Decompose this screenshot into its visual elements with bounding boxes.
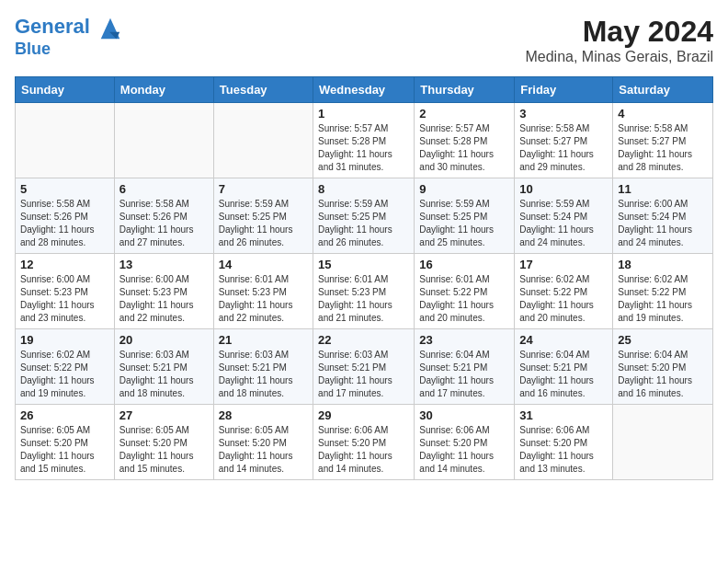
day-number: 4 — [618, 107, 708, 121]
day-number: 17 — [519, 258, 608, 271]
week-row-2: 5Sunrise: 5:58 AM Sunset: 5:26 PM Daylig… — [16, 178, 713, 254]
day-number: 23 — [419, 333, 509, 347]
day-info: Sunrise: 6:03 AM Sunset: 5:21 PM Dayligh… — [318, 349, 409, 400]
day-number: 27 — [119, 408, 209, 422]
day-number: 25 — [618, 333, 708, 347]
calendar-cell: 28Sunrise: 6:05 AM Sunset: 5:20 PM Dayli… — [213, 405, 313, 480]
calendar-cell: 3Sunrise: 5:58 AM Sunset: 5:27 PM Daylig… — [515, 103, 613, 178]
day-header-sunday: Sunday — [16, 77, 115, 103]
logo: General Blue — [15, 15, 123, 59]
calendar-cell: 18Sunrise: 6:02 AM Sunset: 5:22 PM Dayli… — [613, 254, 713, 329]
calendar-cell: 11Sunrise: 6:00 AM Sunset: 5:24 PM Dayli… — [613, 178, 713, 254]
calendar-cell — [16, 103, 115, 178]
calendar-cell: 31Sunrise: 6:06 AM Sunset: 5:20 PM Dayli… — [515, 405, 613, 480]
calendar-cell: 24Sunrise: 6:04 AM Sunset: 5:21 PM Dayli… — [515, 329, 613, 405]
calendar-cell: 9Sunrise: 5:59 AM Sunset: 5:25 PM Daylig… — [415, 178, 515, 254]
day-header-friday: Friday — [515, 77, 613, 103]
day-header-thursday: Thursday — [415, 77, 515, 103]
calendar-table: SundayMondayTuesdayWednesdayThursdayFrid… — [15, 76, 713, 480]
day-number: 16 — [419, 258, 509, 271]
day-number: 24 — [519, 333, 608, 347]
day-info: Sunrise: 6:01 AM Sunset: 5:23 PM Dayligh… — [318, 273, 409, 325]
day-info: Sunrise: 6:02 AM Sunset: 5:22 PM Dayligh… — [618, 273, 708, 325]
page-header: General Blue May 2024 Medina, Minas Gera… — [15, 15, 713, 65]
day-info: Sunrise: 6:06 AM Sunset: 5:20 PM Dayligh… — [519, 424, 608, 476]
title-area: May 2024 Medina, Minas Gerais, Brazil — [525, 15, 713, 65]
day-number: 1 — [318, 107, 409, 121]
day-number: 6 — [119, 182, 209, 196]
calendar-cell: 15Sunrise: 6:01 AM Sunset: 5:23 PM Dayli… — [313, 254, 415, 329]
calendar-cell: 22Sunrise: 6:03 AM Sunset: 5:21 PM Dayli… — [313, 329, 415, 405]
week-row-1: 1Sunrise: 5:57 AM Sunset: 5:28 PM Daylig… — [16, 103, 713, 178]
day-info: Sunrise: 5:57 AM Sunset: 5:28 PM Dayligh… — [419, 122, 509, 174]
day-info: Sunrise: 6:00 AM Sunset: 5:24 PM Dayligh… — [618, 198, 708, 249]
calendar-cell: 19Sunrise: 6:02 AM Sunset: 5:22 PM Dayli… — [16, 329, 115, 405]
day-info: Sunrise: 5:59 AM Sunset: 5:25 PM Dayligh… — [219, 198, 308, 249]
day-info: Sunrise: 6:06 AM Sunset: 5:20 PM Dayligh… — [419, 424, 509, 476]
day-number: 29 — [318, 408, 409, 422]
day-number: 22 — [318, 333, 409, 347]
calendar-cell: 16Sunrise: 6:01 AM Sunset: 5:22 PM Dayli… — [415, 254, 515, 329]
week-row-5: 26Sunrise: 6:05 AM Sunset: 5:20 PM Dayli… — [16, 405, 713, 480]
day-header-wednesday: Wednesday — [313, 77, 415, 103]
day-info: Sunrise: 5:58 AM Sunset: 5:26 PM Dayligh… — [119, 198, 209, 249]
calendar-cell: 8Sunrise: 5:59 AM Sunset: 5:25 PM Daylig… — [313, 178, 415, 254]
calendar-cell: 5Sunrise: 5:58 AM Sunset: 5:26 PM Daylig… — [16, 178, 115, 254]
day-number: 31 — [519, 408, 608, 422]
day-info: Sunrise: 6:01 AM Sunset: 5:23 PM Dayligh… — [219, 273, 308, 325]
day-header-monday: Monday — [114, 77, 213, 103]
calendar-cell: 13Sunrise: 6:00 AM Sunset: 5:23 PM Dayli… — [114, 254, 213, 329]
location: Medina, Minas Gerais, Brazil — [525, 49, 713, 65]
day-number: 7 — [219, 182, 308, 196]
day-number: 20 — [119, 333, 209, 347]
day-info: Sunrise: 6:02 AM Sunset: 5:22 PM Dayligh… — [20, 349, 109, 400]
week-row-3: 12Sunrise: 6:00 AM Sunset: 5:23 PM Dayli… — [16, 254, 713, 329]
day-number: 14 — [219, 258, 308, 271]
day-number: 5 — [20, 182, 109, 196]
calendar-cell — [114, 103, 213, 178]
day-number: 21 — [219, 333, 308, 347]
calendar-cell: 4Sunrise: 5:58 AM Sunset: 5:27 PM Daylig… — [613, 103, 713, 178]
day-info: Sunrise: 6:04 AM Sunset: 5:20 PM Dayligh… — [618, 349, 708, 400]
week-row-4: 19Sunrise: 6:02 AM Sunset: 5:22 PM Dayli… — [16, 329, 713, 405]
logo-blue-text: Blue — [15, 40, 123, 59]
day-info: Sunrise: 5:58 AM Sunset: 5:27 PM Dayligh… — [519, 122, 608, 174]
day-number: 2 — [419, 107, 509, 121]
day-info: Sunrise: 5:57 AM Sunset: 5:28 PM Dayligh… — [318, 122, 409, 174]
day-number: 19 — [20, 333, 109, 347]
day-header-tuesday: Tuesday — [213, 77, 313, 103]
calendar-cell: 21Sunrise: 6:03 AM Sunset: 5:21 PM Dayli… — [213, 329, 313, 405]
month-year: May 2024 — [525, 15, 713, 49]
day-info: Sunrise: 5:59 AM Sunset: 5:25 PM Dayligh… — [318, 198, 409, 249]
calendar-cell: 10Sunrise: 5:59 AM Sunset: 5:24 PM Dayli… — [515, 178, 613, 254]
day-number: 15 — [318, 258, 409, 271]
calendar-cell: 12Sunrise: 6:00 AM Sunset: 5:23 PM Dayli… — [16, 254, 115, 329]
day-number: 3 — [519, 107, 608, 121]
calendar-cell: 7Sunrise: 5:59 AM Sunset: 5:25 PM Daylig… — [213, 178, 313, 254]
day-number: 26 — [20, 408, 109, 422]
day-info: Sunrise: 6:03 AM Sunset: 5:21 PM Dayligh… — [119, 349, 209, 400]
day-info: Sunrise: 6:04 AM Sunset: 5:21 PM Dayligh… — [419, 349, 509, 400]
calendar-cell: 30Sunrise: 6:06 AM Sunset: 5:20 PM Dayli… — [415, 405, 515, 480]
day-info: Sunrise: 6:00 AM Sunset: 5:23 PM Dayligh… — [20, 273, 109, 325]
calendar-cell — [613, 405, 713, 480]
calendar-cell: 27Sunrise: 6:05 AM Sunset: 5:20 PM Dayli… — [114, 405, 213, 480]
calendar-cell — [213, 103, 313, 178]
day-number: 9 — [419, 182, 509, 196]
day-number: 30 — [419, 408, 509, 422]
calendar-cell: 29Sunrise: 6:06 AM Sunset: 5:20 PM Dayli… — [313, 405, 415, 480]
day-info: Sunrise: 6:02 AM Sunset: 5:22 PM Dayligh… — [519, 273, 608, 325]
day-info: Sunrise: 6:03 AM Sunset: 5:21 PM Dayligh… — [219, 349, 308, 400]
day-info: Sunrise: 5:58 AM Sunset: 5:26 PM Dayligh… — [20, 198, 109, 249]
calendar-cell: 17Sunrise: 6:02 AM Sunset: 5:22 PM Dayli… — [515, 254, 613, 329]
calendar-cell: 20Sunrise: 6:03 AM Sunset: 5:21 PM Dayli… — [114, 329, 213, 405]
day-number: 18 — [618, 258, 708, 271]
calendar-cell: 23Sunrise: 6:04 AM Sunset: 5:21 PM Dayli… — [415, 329, 515, 405]
day-info: Sunrise: 6:06 AM Sunset: 5:20 PM Dayligh… — [318, 424, 409, 476]
calendar-cell: 25Sunrise: 6:04 AM Sunset: 5:20 PM Dayli… — [613, 329, 713, 405]
calendar-cell: 6Sunrise: 5:58 AM Sunset: 5:26 PM Daylig… — [114, 178, 213, 254]
day-info: Sunrise: 6:05 AM Sunset: 5:20 PM Dayligh… — [219, 424, 308, 476]
calendar-cell: 26Sunrise: 6:05 AM Sunset: 5:20 PM Dayli… — [16, 405, 115, 480]
day-number: 10 — [519, 182, 608, 196]
day-number: 11 — [618, 182, 708, 196]
